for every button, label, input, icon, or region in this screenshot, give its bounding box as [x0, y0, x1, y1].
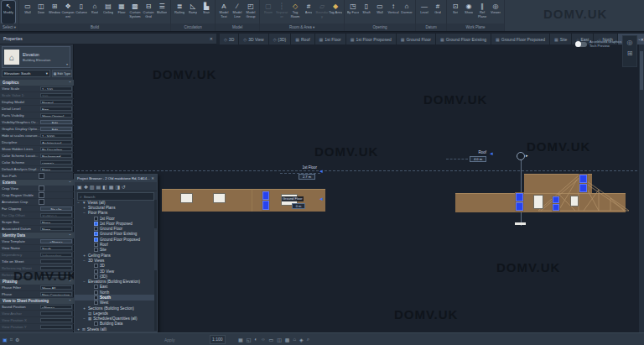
- zoom-tool-icon[interactable]: ⊞: [627, 50, 633, 57]
- property-value[interactable]: Normal: [40, 100, 72, 105]
- type-selector[interactable]: ⌂ Elevation Building Elevation ▾: [2, 46, 70, 68]
- property-value[interactable]: None: [40, 220, 72, 225]
- property-value[interactable]: <none>: [40, 160, 72, 165]
- view-tab-1st-floor[interactable]: ▦1st Floor: [315, 34, 346, 44]
- selected-window[interactable]: [579, 184, 587, 192]
- door[interactable]: [533, 195, 543, 209]
- close-properties-icon[interactable]: ✕: [210, 36, 213, 41]
- ribbon-tool-wall[interactable]: ▭Wall: [21, 1, 34, 24]
- view-tab-3d[interactable]: ◇3D: [220, 34, 239, 44]
- view-tab-3d[interactable]: ◇{3D}: [269, 34, 292, 44]
- view-visibility-checkbox[interactable]: [94, 321, 98, 326]
- status-icon-2[interactable]: ⚙: [15, 337, 19, 342]
- expand-icon[interactable]: −: [76, 201, 80, 205]
- browser-tool-icon-6[interactable]: ◨: [115, 184, 120, 190]
- expand-icon[interactable]: +: [76, 327, 80, 331]
- property-value[interactable]: [40, 259, 72, 264]
- status-icon-1[interactable]: ⌗: [10, 337, 13, 342]
- accelerated-graphics-toggle[interactable]: Accelerated Graphics Tech Preview: [575, 40, 621, 48]
- canvas-scrollbar[interactable]: [639, 44, 644, 332]
- ribbon-tool-curtain-grid[interactable]: ⊟Curtain Grid: [142, 1, 155, 24]
- ribbon-tool-dormer[interactable]: ⌂Dormer: [400, 1, 413, 24]
- level-elevation-roof[interactable]: 4.0 m: [470, 156, 486, 162]
- expand-icon[interactable]: +: [82, 306, 86, 311]
- view-visibility-checkbox[interactable]: [94, 227, 98, 231]
- edit-type-button[interactable]: ▦ Edit Type: [52, 70, 72, 77]
- level-label-roof[interactable]: Roof: [461, 150, 486, 154]
- view-control-icon-5[interactable]: ◫: [277, 337, 282, 342]
- section-mark[interactable]: [515, 222, 526, 225]
- property-value[interactable]: [40, 266, 72, 271]
- section-header-view-to-sheet-positioning[interactable]: View to Sheet Positioning⌃: [0, 298, 74, 304]
- property-value[interactable]: Show All: [40, 285, 72, 290]
- selected-window[interactable]: [553, 196, 559, 203]
- view-control-icon-9[interactable]: ⌕: [307, 337, 309, 342]
- elevation-marker[interactable]: [517, 152, 525, 160]
- level-label-ground-floor[interactable]: Ground Floor: [282, 196, 304, 201]
- ribbon-tool-room[interactable]: ▢Room: [262, 1, 275, 24]
- ribbon-tool-tag-room[interactable]: ◇Tag Room: [288, 1, 302, 24]
- ribbon-tool-area[interactable]: #Area: [302, 1, 315, 24]
- view-visibility-checkbox[interactable]: [94, 290, 98, 295]
- view-visibility-checkbox[interactable]: [94, 217, 98, 221]
- view-tab-ground-floor[interactable]: ▦Ground Floor: [397, 34, 436, 44]
- property-checkbox[interactable]: [39, 199, 44, 205]
- view-visibility-checkbox[interactable]: [94, 243, 98, 247]
- element-selector[interactable]: Elevation: South ▾: [2, 70, 50, 77]
- selected-window[interactable]: [516, 193, 523, 201]
- property-value[interactable]: Show Original: [40, 113, 72, 118]
- expand-icon[interactable]: −: [82, 280, 86, 284]
- ribbon-tool-vertical[interactable]: ↕Vertical: [387, 1, 400, 24]
- browser-tool-icon-4[interactable]: ◧: [102, 184, 107, 190]
- ribbon-tool-tag-area[interactable]: ◆Tag Area: [329, 1, 342, 24]
- ribbon-tool-boundary[interactable]: ▱Boundary: [315, 1, 329, 24]
- drawing-canvas[interactable]: ▸ 1st Floor 2.7 m ◄ Ground Floor 0 m ◄ R…: [74, 44, 644, 332]
- property-value[interactable]: Fine: [40, 107, 72, 112]
- property-value[interactable]: [40, 273, 72, 278]
- property-value[interactable]: 1 : 5000: [40, 133, 72, 139]
- ribbon-tool-model-group[interactable]: ◰Model Group: [244, 1, 257, 24]
- browser-tool-icon-0[interactable]: ▣: [77, 184, 82, 190]
- view-control-icon-4[interactable]: ▭: [268, 337, 273, 342]
- property-value[interactable]: [40, 325, 72, 330]
- close-browser-icon[interactable]: ✕: [151, 176, 154, 180]
- toggle-switch[interactable]: [575, 42, 587, 47]
- selected-door-panel[interactable]: [262, 201, 269, 210]
- view-control-icon-0[interactable]: ▦: [238, 337, 243, 342]
- status-icon-0[interactable]: ▣: [3, 337, 8, 342]
- expand-icon[interactable]: +: [82, 254, 86, 258]
- ribbon-tool-show[interactable]: ◉Show: [462, 1, 475, 24]
- level-elevation-ground-floor[interactable]: 0 m: [292, 203, 305, 209]
- property-button[interactable]: No clip: [40, 206, 72, 212]
- property-value[interactable]: [40, 311, 72, 316]
- browser-tool-icon-2[interactable]: ▥: [90, 184, 95, 190]
- expand-icon[interactable]: −: [82, 316, 86, 321]
- expand-icon[interactable]: −: [82, 211, 86, 215]
- view-visibility-checkbox[interactable]: [94, 285, 98, 289]
- section-header-graphics[interactable]: Graphics⌃: [0, 80, 74, 86]
- property-value[interactable]: 304800.0: [40, 213, 72, 218]
- property-value[interactable]: New Construction: [40, 292, 72, 297]
- view-visibility-checkbox[interactable]: [94, 269, 98, 274]
- property-value[interactable]: South: [40, 246, 72, 251]
- property-checkbox[interactable]: [39, 173, 44, 179]
- selected-window[interactable]: [553, 204, 559, 211]
- view-tab-site[interactable]: ▦Site: [550, 34, 572, 44]
- ribbon-tool-by-face[interactable]: ◳By Face: [346, 1, 360, 24]
- steering-wheel-icon[interactable]: ◎: [627, 39, 633, 46]
- view-control-icon-2[interactable]: ◐: [254, 337, 257, 342]
- ribbon-tool-shaft[interactable]: ▯Shaft: [360, 1, 373, 24]
- apply-button[interactable]: Apply: [164, 337, 175, 342]
- property-button[interactable]: Edit...: [40, 127, 72, 132]
- ribbon-tool-curtain-system[interactable]: ▩Curtain System: [128, 1, 142, 24]
- browser-scrollbar[interactable]: [154, 200, 157, 331]
- level-flag-icon[interactable]: ◄: [319, 169, 324, 174]
- level-flag-icon[interactable]: ◄: [489, 151, 494, 156]
- browser-tool-icon-1[interactable]: ✚: [84, 184, 88, 190]
- property-value[interactable]: Independent: [40, 253, 72, 258]
- level-elevation-first-floor[interactable]: 2.7 m: [299, 174, 315, 180]
- ribbon-tool-ramp[interactable]: ◺Ramp: [186, 1, 200, 24]
- view-control-icon-8[interactable]: ◈: [299, 337, 304, 342]
- window[interactable]: [570, 196, 579, 206]
- property-value[interactable]: 100: [40, 93, 72, 98]
